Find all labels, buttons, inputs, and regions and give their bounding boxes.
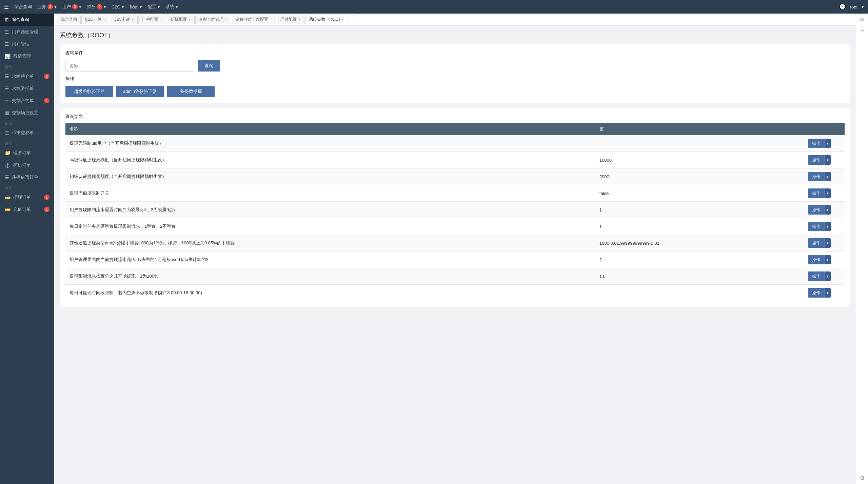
sidebar-item-永续委托单[interactable]: ☰ 永续委托单 (0, 82, 54, 95)
settings-icon[interactable]: ⚙ (860, 475, 865, 481)
row-action-dropdown[interactable]: ▾ (824, 188, 831, 198)
section-币市: 币市 (0, 119, 54, 127)
row-action-group: 操作 ▾ (808, 238, 841, 248)
grid-icon: ▦ (5, 110, 9, 116)
tab-close-矿机配置[interactable]: ✕ (188, 18, 191, 21)
tab-余额收益下发配置[interactable]: 余额收益下发配置 ✕ (232, 15, 276, 24)
chat-icon[interactable]: 💬 (839, 4, 846, 10)
doc-icon-1: ☰ (5, 74, 9, 79)
row-action-group: 操作 ▾ (808, 172, 841, 181)
cell-value: 1000,0.01,999999999999,0.01 (595, 235, 804, 251)
row-action-dropdown[interactable]: ▾ (824, 155, 831, 165)
row-action-button[interactable]: 操作 (808, 188, 824, 198)
col-header-value: 值 (595, 123, 804, 135)
sidebar-item-质押借币订单[interactable]: ☰ 质押借币订单 (0, 171, 54, 183)
tab-close-系统参数ROOT[interactable]: ✕ (347, 18, 349, 21)
tab-C2C订单[interactable]: C2C订单 ✕ (81, 15, 109, 24)
sidebar-item-理财订单[interactable]: 📁 理财订单 (0, 147, 54, 159)
nav-配置[interactable]: 配置 ▾ (147, 4, 160, 10)
row-action-button[interactable]: 操作 (808, 155, 824, 165)
sidebar-item-矿机订单[interactable]: ⚓ 矿机订单 (0, 159, 54, 171)
sidebar-item-提现订单[interactable]: 💳 提现订单 1 (0, 191, 54, 203)
sidebar-label-交割合约单: 交割合约单 (12, 98, 34, 104)
row-action-dropdown[interactable]: ▾ (824, 222, 831, 231)
tab-label-系统参数ROOT: 系统参数（ROOT） (309, 17, 345, 22)
tab-close-C2C申诉[interactable]: ✕ (131, 18, 134, 21)
tab-close-交割合约管理[interactable]: ✕ (225, 18, 228, 21)
nav-综合查询[interactable]: 综合查询 (14, 4, 32, 10)
cell-value (595, 285, 804, 301)
tab-交割合约管理[interactable]: 交割合约管理 ✕ (195, 15, 231, 24)
row-action-dropdown[interactable]: ▾ (824, 255, 831, 264)
cell-action: 操作 ▾ (804, 235, 845, 251)
row-action-dropdown[interactable]: ▾ (824, 238, 831, 248)
button-admin谷歌验证器[interactable]: admin谷歌验证器 (116, 86, 164, 97)
sidebar-item-用户基础管理[interactable]: ☰ 用户基础管理 (0, 26, 54, 38)
sidebar: ⊞ 综合查询 ☰ 用户基础管理 ☰ 用户管理 📊 行情管理 合约 ☰ 永续持仓单… (0, 14, 54, 484)
row-action-dropdown[interactable]: ▾ (824, 271, 831, 281)
nav-C2C[interactable]: C2C ▾ (112, 4, 124, 9)
tab-综合查询[interactable]: 综合查询 (57, 15, 81, 24)
tab-系统参数ROOT[interactable]: 系统参数（ROOT） ✕ (305, 15, 353, 24)
nav-财务[interactable]: 财务 2 ▾ (87, 4, 106, 10)
tab-close-余额收益下发配置[interactable]: ✕ (270, 18, 272, 21)
row-action-button[interactable]: 操作 (808, 255, 824, 264)
button-备份数据库[interactable]: 备份数据库 (167, 86, 215, 97)
user-label[interactable]: root (850, 4, 857, 9)
refresh-icon[interactable]: ⟳ (860, 16, 864, 23)
query-input[interactable] (65, 60, 194, 72)
cell-name: 初级认证提现周额度（当开启周提现限额时生效） (65, 168, 595, 185)
plus-icon[interactable]: ＋ (860, 27, 865, 34)
tab-理财配置[interactable]: 理财配置 ✕ (277, 15, 304, 24)
row-action-button[interactable]: 操作 (808, 222, 824, 231)
section-财务: 财务 (0, 183, 54, 191)
user-dropdown-icon[interactable]: ▾ (862, 4, 864, 9)
tab-close-C2C订单[interactable]: ✕ (103, 18, 105, 21)
cell-name: 每日可提现时间段限制，若为空则不做限制,例如(13:00:00-18:00:00… (65, 285, 595, 301)
sidebar-item-行情管理[interactable]: 📊 行情管理 (0, 50, 54, 62)
page-title: 系统参数（ROOT） (60, 31, 850, 39)
sidebar-item-充值订单[interactable]: 💳 充值订单 1 (0, 203, 54, 216)
sidebar-item-永续持仓单[interactable]: ☰ 永续持仓单 2 (0, 70, 54, 82)
sidebar-item-交割场控设置[interactable]: ▦ 交割场控设置 (0, 107, 54, 119)
row-action-button[interactable]: 操作 (808, 139, 824, 148)
sidebar-item-综合查询[interactable]: ⊞ 综合查询 (0, 14, 54, 26)
nav-报表[interactable]: 报表 ▾ (130, 4, 142, 10)
tab-C2C申诉[interactable]: C2C申诉 ✕ (110, 15, 138, 24)
doc-icon-5: ☰ (5, 175, 9, 180)
row-action-group: 操作 ▾ (808, 155, 841, 165)
nav-业务[interactable]: 业务 3 ▾ (37, 4, 57, 10)
tab-矿机配置[interactable]: 矿机配置 ✕ (167, 15, 195, 24)
sidebar-item-交割合约单[interactable]: ☰ 交割合约单 1 (0, 95, 54, 107)
tab-close-理财配置[interactable]: ✕ (298, 18, 301, 21)
row-action-dropdown[interactable]: ▾ (824, 172, 831, 181)
query-card: 查询条件 查询 操作 超级谷歌验证器 admin谷歌验证器 备份数据库 (60, 44, 850, 103)
query-button[interactable]: 查询 (198, 60, 220, 72)
row-action-button[interactable]: 操作 (808, 205, 824, 215)
sidebar-item-币市交易单[interactable]: ☰ 币市交易单 (0, 127, 54, 139)
row-action-dropdown[interactable]: ▾ (824, 288, 831, 298)
nav-label-业务: 业务 (37, 4, 46, 10)
row-action-dropdown[interactable]: ▾ (824, 139, 831, 148)
row-action-button[interactable]: 操作 (808, 172, 824, 181)
row-action-dropdown[interactable]: ▾ (824, 205, 831, 215)
table-row: 提现无限制uid用户（当开启周提现限额时生效） 操作 ▾ (65, 135, 845, 152)
nav-用户[interactable]: 用户 3 ▾ (62, 4, 81, 10)
tab-汇率配置[interactable]: 汇率配置 ✕ (138, 15, 166, 24)
home-icon: ⊞ (5, 17, 9, 22)
sidebar-label-行情管理: 行情管理 (13, 53, 31, 59)
button-超级谷歌验证器[interactable]: 超级谷歌验证器 (65, 86, 113, 97)
table-row: 提现周额度限制开关 false 操作 ▾ (65, 185, 845, 202)
sidebar-item-用户管理[interactable]: ☰ 用户管理 (0, 38, 54, 50)
top-nav-right: 💬 root ▾ (839, 4, 864, 10)
sidebar-label-综合查询: 综合查询 (12, 17, 29, 23)
cell-action: 操作 ▾ (804, 251, 845, 268)
list-icon-2: ☰ (5, 41, 9, 47)
menu-icon[interactable]: ☰ (4, 4, 9, 10)
row-action-button[interactable]: 操作 (808, 288, 824, 298)
nav-系统[interactable]: 系统 ▾ (165, 4, 178, 10)
doc-icon-3: ☰ (5, 98, 9, 103)
tab-close-汇率配置[interactable]: ✕ (160, 18, 162, 21)
row-action-button[interactable]: 操作 (808, 271, 824, 281)
row-action-button[interactable]: 操作 (808, 238, 824, 248)
